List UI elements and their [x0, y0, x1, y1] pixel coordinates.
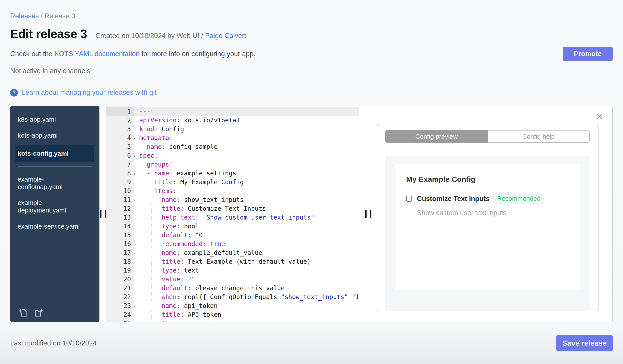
code-token: name: [147, 143, 165, 150]
editor-code[interactable]: ---apiVersion: kots.io/v1beta1kind: Conf… [134, 106, 359, 322]
git-help-link[interactable]: Learn about managing your releases with … [22, 89, 156, 97]
sidebar-file-example-service.yaml[interactable]: example-service.yaml [16, 219, 94, 234]
text-cursor [139, 108, 139, 115]
code-line[interactable]: default: "0" [134, 231, 359, 240]
add-file-icon[interactable] [18, 307, 28, 317]
code-token [139, 293, 162, 301]
sidebar-file-example-deployment.yaml[interactable]: example-deployment.yaml [16, 195, 94, 218]
code-token: title: [154, 179, 177, 186]
code-line[interactable]: title: Customize Text Inputs [134, 204, 359, 213]
code-line[interactable]: - name: show_text_inputs [134, 196, 359, 204]
add-folder-icon[interactable] [34, 307, 44, 317]
sidebar-file-kots-app.yaml[interactable]: kots-app.yaml [16, 127, 94, 143]
line-number: 17▾ [106, 248, 134, 257]
code-line[interactable]: - name: example_settings [134, 169, 359, 178]
code-line[interactable]: items: [134, 187, 359, 196]
code-line[interactable]: value: "" [134, 275, 359, 284]
code-token: API token [184, 311, 221, 318]
code-token: password [180, 320, 214, 322]
indent-guide [151, 231, 152, 240]
editor-shell: 1234▾56▾78▾91011▾121314151617▾1819202122… [99, 106, 613, 322]
code-line[interactable]: title: API token [134, 310, 359, 319]
line-number: 1 [106, 107, 134, 116]
kots-docs-link[interactable]: KOTS YAML documentation [54, 50, 139, 58]
customize-text-inputs-checkbox[interactable] [406, 196, 412, 202]
code-line[interactable]: type: text [134, 266, 359, 275]
preview-resize-handle[interactable] [359, 106, 377, 322]
sidebar-file-example-configmap.yaml[interactable]: example-configmap.yaml [16, 171, 94, 195]
code-token: true [210, 240, 225, 248]
line-number: 20 [106, 275, 134, 284]
line-number: 16 [106, 240, 134, 248]
code-line[interactable]: groups: [134, 160, 359, 169]
line-number: 23▾ [106, 302, 134, 310]
line-number: 4▾ [106, 134, 134, 142]
code-line[interactable]: title: Text Example (with default value) [134, 257, 359, 266]
code-token: "1" [352, 293, 359, 301]
author-link[interactable]: Paige Calvert [205, 32, 246, 40]
indent-guide [151, 293, 152, 302]
breadcrumb: Releases / Release 3 [10, 0, 613, 20]
code-token: kots.io/v1beta1 [180, 117, 240, 124]
preview-zone: Config preview Config help My Example Co… [359, 106, 612, 322]
tab-config-help[interactable]: Config help [488, 130, 590, 143]
page-title: Edit release 3 [10, 27, 87, 41]
code-token [139, 196, 154, 203]
code-token: metadata: [139, 134, 173, 142]
sidebar-resize-handle[interactable] [100, 106, 106, 322]
code-token: - name: [147, 170, 173, 177]
code-token: apiVersion: [139, 117, 180, 124]
code-line[interactable]: type: password [134, 319, 359, 322]
code-token: value: [162, 276, 184, 283]
code-line[interactable]: apiVersion: kots.io/v1beta1 [134, 116, 359, 125]
code-token [139, 284, 162, 292]
code-line[interactable]: --- [134, 107, 359, 116]
code-token: text [180, 267, 199, 274]
code-line[interactable]: - name: api_token [134, 302, 359, 310]
indent-guide [151, 319, 152, 322]
code-line[interactable]: type: bool [134, 222, 359, 231]
code-token: - name: [154, 196, 180, 203]
docs-after: for more info on configuring your app. [139, 50, 255, 58]
indent-guide [151, 310, 152, 319]
code-line[interactable]: spec: [134, 151, 359, 160]
code-line[interactable]: recommended: true [134, 240, 359, 248]
promote-button[interactable]: Promote [563, 47, 613, 61]
code-editor[interactable]: 1234▾56▾78▾91011▾121314151617▾1819202122… [106, 106, 359, 322]
config-item-label: Customize Text Inputs [417, 195, 490, 203]
breadcrumb-releases-link[interactable]: Releases [10, 12, 39, 20]
code-line[interactable]: title: My Example Config [134, 178, 359, 187]
code-token [139, 187, 154, 195]
config-group-title: My Example Config [406, 175, 571, 183]
code-token: show_text_inputs [180, 196, 244, 203]
code-line[interactable]: help_text: "Show custom user text inputs… [134, 213, 359, 222]
code-token [139, 249, 154, 256]
code-token [139, 161, 147, 168]
code-token: Config [158, 125, 184, 133]
sidebar-file-kots-config.yaml[interactable]: kots-config.yaml [16, 145, 94, 162]
code-token: Text Example (with default value) [184, 258, 311, 265]
code-line[interactable]: kind: Config [134, 125, 359, 134]
line-number: 6▾ [106, 151, 134, 160]
code-token [199, 214, 203, 221]
code-token [139, 214, 162, 221]
code-token: default: [162, 284, 191, 292]
code-token: example_default_value [180, 249, 262, 256]
code-token: My Example Config [177, 179, 244, 186]
code-token [348, 293, 352, 301]
code-token [139, 320, 162, 322]
close-icon[interactable]: ✕ [596, 112, 603, 121]
created-text: Created on 10/10/2024 by Web UI / [95, 32, 203, 40]
code-token: Customize Text Inputs [184, 205, 266, 212]
code-token [139, 258, 162, 265]
code-line[interactable]: default: please change this value [134, 284, 359, 293]
code-line[interactable]: - name: example_default_value [134, 248, 359, 257]
code-line[interactable]: metadata: [134, 134, 359, 142]
sidebar-file-k8s-app.yaml[interactable]: k8s-app.yaml [16, 112, 94, 127]
save-release-button[interactable]: Save release [556, 335, 613, 351]
code-line[interactable]: when: repl{{ ConfigOptionEquals "show_te… [134, 293, 359, 302]
tab-config-preview[interactable]: Config preview [385, 130, 488, 143]
title-row: Edit release 3 Created on 10/10/2024 by … [10, 27, 613, 41]
line-number: 9 [106, 178, 134, 187]
code-line[interactable]: name: config-sample [134, 142, 359, 151]
